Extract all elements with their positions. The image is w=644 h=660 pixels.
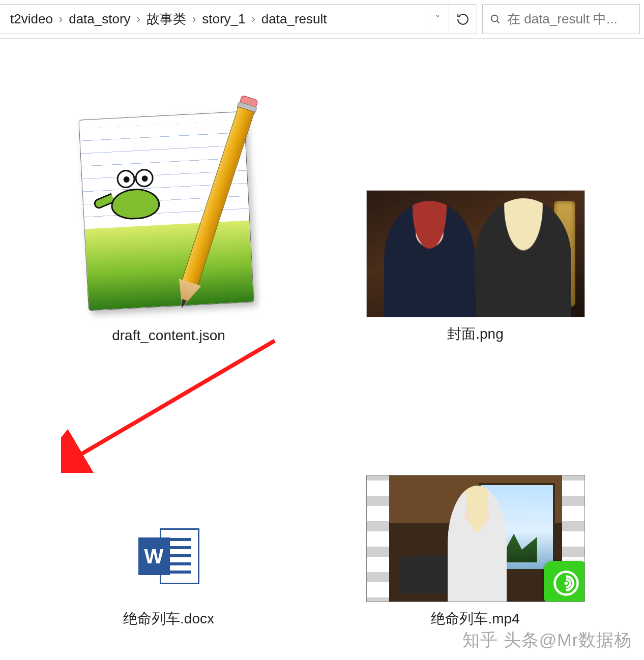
file-item-json[interactable]: Notepad++ draft_content.json (37, 102, 301, 344)
search-placeholder: 在 data_result 中... (507, 10, 632, 28)
word-doc-icon: W (138, 528, 199, 584)
breadcrumb[interactable]: t2video › data_story › 故事类 › story_1 › d… (0, 4, 426, 34)
file-list: Notepad++ draft_content.json 封面.png (0, 39, 644, 660)
file-thumbnail: W (123, 511, 215, 602)
breadcrumb-segment[interactable]: story_1 (199, 10, 248, 28)
play-badge-icon (544, 561, 585, 602)
notepadpp-icon: Notepad++ (72, 104, 266, 318)
file-name-label: 封面.png (447, 324, 504, 344)
video-preview (389, 475, 562, 602)
address-toolbar: t2video › data_story › 故事类 › story_1 › d… (0, 0, 644, 39)
search-box[interactable]: 在 data_result 中... (482, 4, 640, 34)
image-preview (367, 191, 584, 317)
address-history-button[interactable]: ˅ (426, 4, 449, 34)
breadcrumb-segment[interactable]: t2video (7, 10, 56, 28)
file-name-label: 绝命列车.mp4 (431, 609, 519, 628)
file-item-docx[interactable]: W 绝命列车.docx (37, 511, 301, 628)
breadcrumb-segment[interactable]: data_story (66, 10, 133, 28)
file-name-label: 绝命列车.docx (123, 609, 214, 628)
chevron-right-icon: › (192, 13, 196, 26)
refresh-button[interactable] (449, 4, 477, 34)
word-letter: W (138, 537, 170, 575)
chevron-down-icon: ˅ (435, 14, 440, 25)
file-item-video[interactable]: 绝命列车.mp4 (343, 475, 608, 628)
file-thumbnail (366, 475, 585, 602)
file-item-image[interactable]: 封面.png (343, 190, 608, 344)
chevron-right-icon: › (59, 13, 63, 26)
file-thumbnail (366, 190, 585, 317)
svg-point-3 (564, 582, 568, 585)
watermark-text: 知乎 头条@Mr数据杨 (462, 628, 632, 652)
refresh-icon (456, 13, 470, 26)
chevron-right-icon: › (137, 13, 140, 26)
breadcrumb-segment[interactable]: 故事类 (143, 9, 189, 29)
chevron-right-icon: › (252, 13, 255, 26)
file-thumbnail: Notepad++ (60, 102, 278, 320)
svg-line-1 (497, 20, 500, 23)
breadcrumb-segment[interactable]: data_result (258, 10, 330, 28)
search-icon (490, 14, 501, 25)
file-name-label: draft_content.json (112, 327, 225, 344)
svg-point-0 (491, 15, 498, 21)
